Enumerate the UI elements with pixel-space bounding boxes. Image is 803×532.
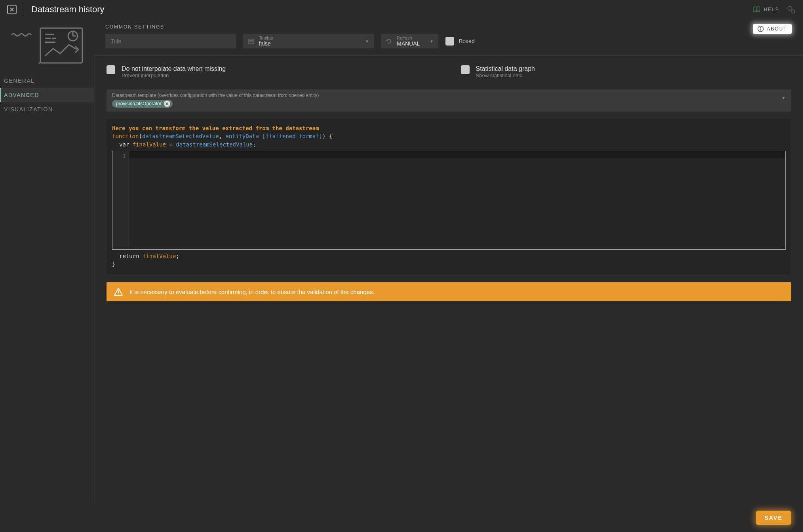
svg-rect-7: [52, 38, 56, 39]
editor-gutter: 1: [112, 151, 129, 249]
topbar: Datastream history HELP: [0, 0, 803, 19]
warning-banner: It is necessary to evaluate before confi…: [107, 282, 791, 301]
datastream-template-select[interactable]: Datastream template (overrides configura…: [107, 89, 791, 112]
chip-remove-icon[interactable]: ✕: [164, 101, 170, 107]
code-fn-kw: function: [112, 133, 139, 139]
boxed-label: Boxed: [459, 38, 475, 44]
interpolate-title: Do not interpolate data when missing: [122, 65, 226, 72]
code-heading: Here you can transform the value extract…: [112, 124, 786, 132]
svg-point-10: [760, 27, 761, 28]
close-icon: [10, 8, 14, 11]
statgraph-subtitle: Show statistical data: [476, 72, 535, 78]
svg-rect-8: [45, 42, 55, 43]
help-button[interactable]: HELP: [753, 6, 779, 13]
close-button[interactable]: [7, 5, 17, 14]
sidebar-item-advanced[interactable]: ADVANCED: [0, 88, 94, 102]
code-return-name: finalValue: [143, 253, 176, 259]
statgraph-title: Statistical data graph: [476, 65, 535, 72]
common-settings: COMMON SETTINGS ABOUT: [94, 19, 803, 55]
divider: [24, 4, 24, 15]
sidebar-item-general[interactable]: GENERAL: [0, 74, 94, 88]
svg-point-0: [788, 6, 792, 10]
book-icon: [753, 6, 761, 13]
refresh-icon: [386, 38, 392, 44]
interpolate-subtitle: Prevent interpolation: [122, 72, 226, 78]
code-editor[interactable]: 1: [112, 151, 786, 250]
svg-rect-15: [118, 291, 119, 293]
help-label: HELP: [764, 7, 779, 12]
svg-rect-16: [118, 294, 119, 294]
chevron-down-icon: ▼: [430, 39, 434, 44]
refresh-label: Refresh: [397, 36, 420, 41]
sidebar-item-visualization[interactable]: VISUALIZATION: [0, 102, 94, 116]
toolbar-icon: [248, 38, 254, 44]
chevron-down-icon: ▼: [365, 39, 369, 44]
svg-rect-6: [45, 38, 51, 39]
svg-rect-13: [248, 42, 254, 44]
widget-preview-icon: [10, 23, 85, 66]
code-var-kw: var: [119, 141, 129, 148]
about-button[interactable]: ABOUT: [753, 24, 792, 34]
warning-icon: [114, 287, 123, 296]
transform-code-block: Here you can transform the value extract…: [107, 119, 791, 274]
toolbar-value: false: [259, 40, 273, 47]
save-button[interactable]: SAVE: [756, 511, 791, 525]
footer: SAVE: [94, 504, 803, 532]
title-field[interactable]: [105, 34, 236, 48]
toolbar-select[interactable]: Toolbar false ▼: [243, 34, 374, 48]
advanced-panel: Do not interpolate data when missing Pre…: [94, 55, 803, 504]
statgraph-checkbox[interactable]: [461, 65, 470, 74]
code-return-kw: return: [119, 253, 139, 259]
template-chip-text: provision.btsOperator: [116, 101, 162, 106]
svg-rect-5: [45, 34, 54, 35]
about-label: ABOUT: [767, 26, 787, 32]
interpolate-checkbox[interactable]: [107, 65, 115, 74]
boxed-checkbox[interactable]: [445, 37, 454, 46]
refresh-select[interactable]: Refresh MANUAL ▼: [381, 34, 438, 48]
page-title: Datastream history: [31, 4, 105, 15]
chevron-down-icon: ▼: [782, 96, 786, 100]
title-input[interactable]: [105, 38, 236, 44]
refresh-value: MANUAL: [397, 40, 420, 47]
common-settings-label: COMMON SETTINGS: [105, 24, 164, 30]
template-chip: provision.btsOperator ✕: [112, 100, 173, 108]
svg-rect-11: [760, 28, 761, 30]
svg-rect-12: [248, 39, 254, 40]
code-var-rhs: datastreamSelectedValue: [176, 141, 253, 148]
code-param2: entityData [flattened format]: [226, 133, 322, 139]
gear-icon[interactable]: [786, 5, 796, 14]
info-icon: [757, 26, 764, 32]
svg-point-1: [792, 10, 795, 13]
toolbar-label: Toolbar: [259, 36, 273, 41]
template-label: Datastream template (overrides configura…: [112, 93, 786, 98]
code-param1: datastreamSelectedValue: [142, 133, 219, 139]
sidebar: GENERAL ADVANCED VISUALIZATION: [0, 19, 94, 532]
warning-text: It is necessary to evaluate before confi…: [129, 289, 375, 295]
code-var-name: finalValue: [133, 141, 166, 148]
